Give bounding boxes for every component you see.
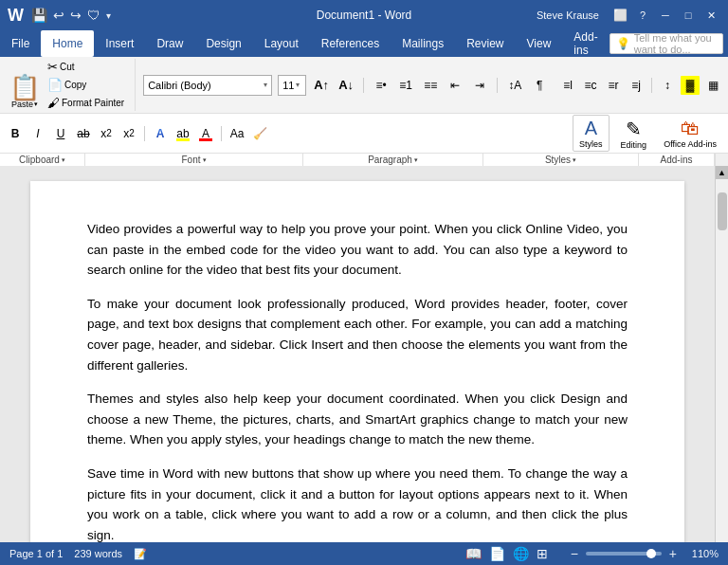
highlight-button[interactable]: ab: [173, 124, 192, 143]
paragraph-3: Themes and styles also help keep your do…: [87, 389, 628, 450]
align-left-button[interactable]: ≡l: [558, 76, 577, 95]
page-info: Page 1 of 1: [9, 548, 63, 559]
menu-draw[interactable]: Draw: [145, 30, 194, 57]
menu-insert[interactable]: Insert: [94, 30, 145, 57]
menu-mailings[interactable]: Mailings: [391, 30, 455, 57]
paragraph-1: Video provides a powerful way to help yo…: [87, 219, 628, 281]
styles-expand[interactable]: ▾: [573, 156, 576, 164]
minimize-btn[interactable]: ─: [656, 7, 675, 24]
bold-button[interactable]: B: [6, 124, 25, 143]
paragraph-group-label[interactable]: Paragraph ▾: [303, 154, 483, 166]
ribbon-display-btn[interactable]: ⬜: [610, 7, 629, 24]
show-marks-button[interactable]: ¶: [530, 76, 549, 95]
font-group-label[interactable]: Font ▾: [85, 154, 303, 166]
office-addins-button[interactable]: 🛍 Office Add-ins: [658, 116, 722, 151]
cut-button[interactable]: ✂Cut: [45, 59, 127, 75]
ribbon-row1: 📋 Paste ▾ ✂Cut 📄Copy 🖌Format Painter: [0, 57, 728, 114]
menu-home[interactable]: Home: [41, 30, 94, 57]
menu-layout[interactable]: Layout: [253, 30, 310, 57]
align-right-button[interactable]: ≡r: [604, 76, 623, 95]
font-name-value: Calibri (Body): [148, 80, 262, 91]
zoom-thumb[interactable]: [646, 549, 656, 558]
borders-button[interactable]: ▦: [703, 76, 722, 95]
numbering-button[interactable]: ≡1: [396, 76, 415, 95]
clipboard-expand[interactable]: ▾: [62, 156, 65, 164]
clear-format-button[interactable]: 🧹: [250, 124, 269, 143]
paragraph-expand[interactable]: ▾: [414, 156, 418, 164]
zoom-slider[interactable]: [586, 552, 662, 556]
help-btn[interactable]: ?: [633, 7, 652, 24]
font-expand[interactable]: ▾: [203, 156, 207, 164]
subscript-button[interactable]: x2: [97, 124, 116, 143]
strikethrough-button[interactable]: ab: [74, 124, 93, 143]
increase-indent-button[interactable]: ⇥: [470, 76, 489, 95]
status-right: 📖 📄 🌐 ⊞ − + 110%: [465, 546, 719, 561]
multilevel-button[interactable]: ≡≡: [421, 76, 440, 95]
menu-references[interactable]: References: [310, 30, 391, 57]
paste-button[interactable]: 📋 Paste ▾: [6, 73, 44, 111]
menu-design[interactable]: Design: [194, 30, 252, 57]
scroll-thumb[interactable]: [718, 192, 727, 230]
bullets-button[interactable]: ≡•: [372, 76, 391, 95]
font-size-selector[interactable]: 11 ▾: [278, 75, 306, 96]
change-case-button[interactable]: Aa: [228, 124, 246, 143]
font-size-value: 11: [282, 80, 294, 91]
undo-quick-btn[interactable]: ↩: [53, 8, 64, 23]
underline-button[interactable]: U: [51, 124, 70, 143]
styles-group-label[interactable]: Styles ▾: [483, 154, 639, 166]
clipboard-group-label[interactable]: Clipboard ▾: [0, 154, 85, 166]
word-count: 239 words: [74, 548, 122, 559]
user-name: Steve Krause: [537, 9, 599, 21]
ribbon: 📋 Paste ▾ ✂Cut 📄Copy 🖌Format Painter: [0, 57, 728, 166]
tell-me-box[interactable]: 💡 Tell me what you want to do...: [610, 33, 723, 54]
font-shrink-button[interactable]: A↓: [337, 76, 355, 95]
shading-button[interactable]: ▓: [681, 76, 700, 95]
zoom-level[interactable]: 110%: [684, 548, 719, 559]
vertical-scrollbar[interactable]: ▲: [715, 166, 728, 542]
font-size-arrow: ▾: [296, 81, 300, 89]
sort-button[interactable]: ↕A: [505, 76, 524, 95]
zoom-out-btn[interactable]: −: [571, 546, 578, 561]
menu-addins[interactable]: Add-ins: [562, 30, 609, 57]
title-bar-left: W 💾 ↩ ↪ 🛡 ▾: [8, 6, 197, 26]
font-name-selector[interactable]: Calibri (Body) ▾: [143, 75, 272, 96]
font-color-button[interactable]: A: [196, 124, 215, 143]
quick-access-toolbar: 💾 ↩ ↪ 🛡 ▾: [31, 8, 111, 23]
maximize-btn[interactable]: □: [679, 7, 698, 24]
title-bar: W 💾 ↩ ↪ 🛡 ▾ Document1 - Word Steve Kraus…: [0, 0, 728, 30]
web-layout-btn[interactable]: 🌐: [513, 546, 529, 561]
styles-button[interactable]: A Styles: [573, 115, 610, 152]
format-painter-button[interactable]: 🖌Format Painter: [45, 95, 127, 111]
document-page[interactable]: Video provides a powerful way to help yo…: [30, 181, 684, 542]
document-title: Document1 - Word: [197, 9, 531, 22]
menu-view[interactable]: View: [516, 30, 563, 57]
menu-bar: File Home Insert Draw Design Layout Refe…: [0, 30, 728, 57]
font-grow-button[interactable]: A↑: [312, 76, 331, 95]
redo-quick-btn[interactable]: ↪: [70, 8, 82, 23]
customize-quick-btn[interactable]: ▾: [106, 10, 111, 21]
focus-mode-btn[interactable]: ⊞: [537, 546, 548, 561]
close-btn[interactable]: ✕: [701, 7, 720, 24]
addins-group-label[interactable]: Add-ins: [639, 154, 715, 166]
save-quick-btn[interactable]: 💾: [31, 8, 47, 23]
superscript-button[interactable]: x2: [119, 124, 138, 143]
status-bar: Page 1 of 1 239 words 📝 📖 📄 🌐 ⊞ − + 110%: [0, 542, 728, 565]
copy-button[interactable]: 📄Copy: [45, 77, 127, 93]
protect-quick-btn[interactable]: 🛡: [87, 8, 100, 23]
line-spacing-button[interactable]: ↕: [658, 76, 677, 95]
proofing-icon[interactable]: 📝: [134, 548, 147, 560]
text-effects-button[interactable]: A: [151, 124, 170, 143]
lightbulb-icon: 💡: [616, 37, 630, 50]
italic-button[interactable]: I: [28, 124, 47, 143]
read-mode-btn[interactable]: 📖: [465, 546, 482, 561]
paragraph-2: To make your document look professionall…: [87, 294, 628, 375]
print-layout-btn[interactable]: 📄: [489, 546, 505, 561]
menu-review[interactable]: Review: [455, 30, 515, 57]
menu-file[interactable]: File: [0, 30, 41, 57]
align-center-button[interactable]: ≡c: [581, 76, 600, 95]
zoom-in-btn[interactable]: +: [669, 546, 677, 561]
document-scroll[interactable]: Video provides a powerful way to help yo…: [0, 166, 715, 542]
justify-button[interactable]: ≡j: [627, 76, 646, 95]
decrease-indent-button[interactable]: ⇤: [446, 76, 464, 95]
editing-button[interactable]: ✎ Editing: [615, 116, 653, 152]
